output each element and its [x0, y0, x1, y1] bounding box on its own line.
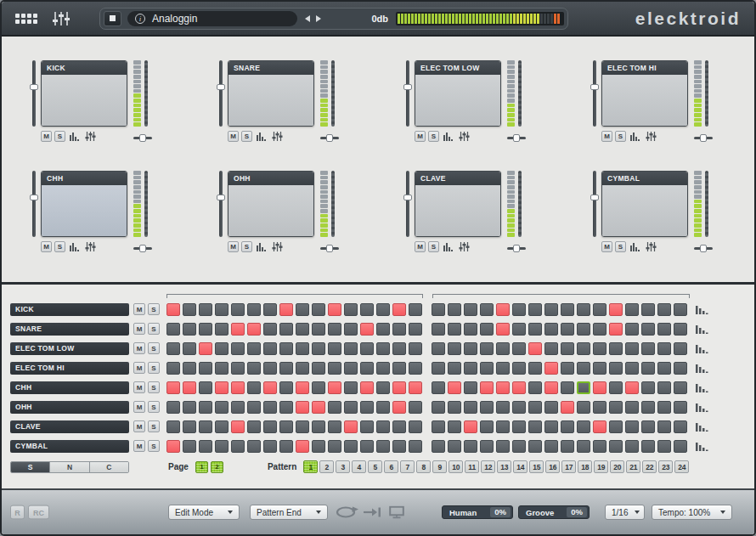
record-button[interactable]: R: [10, 505, 25, 520]
levels-icon[interactable]: [70, 132, 81, 141]
step-cell[interactable]: [432, 440, 445, 453]
step-cell[interactable]: [657, 323, 671, 336]
step-cell[interactable]: [183, 362, 196, 375]
step-cell[interactable]: [528, 440, 542, 453]
page-button-2[interactable]: 2: [211, 461, 223, 473]
slider-handle[interactable]: [30, 84, 38, 90]
pattern-button-11[interactable]: 11: [465, 460, 479, 473]
step-cell[interactable]: [328, 401, 341, 414]
solo-button[interactable]: S: [615, 131, 626, 142]
step-cell[interactable]: [279, 381, 293, 394]
step-cell[interactable]: [328, 381, 341, 394]
pad-surface[interactable]: [415, 75, 500, 126]
step-cell[interactable]: [199, 342, 212, 355]
step-cell[interactable]: [674, 381, 687, 394]
step-cell[interactable]: [448, 362, 461, 375]
step-cell[interactable]: [528, 303, 542, 316]
step-cell[interactable]: [528, 401, 542, 414]
step-cell[interactable]: [512, 440, 526, 453]
mute-button[interactable]: M: [601, 131, 612, 142]
step-cell[interactable]: [215, 303, 228, 316]
step-cell[interactable]: [609, 342, 623, 355]
solo-button[interactable]: S: [148, 303, 160, 315]
pattern-button-12[interactable]: 12: [481, 460, 495, 473]
step-cell[interactable]: [392, 401, 406, 414]
solo-button[interactable]: S: [148, 381, 160, 393]
step-cell[interactable]: [263, 342, 277, 355]
slider-handle[interactable]: [217, 195, 225, 200]
pan-slider[interactable]: [694, 245, 713, 252]
pattern-button-10[interactable]: 10: [449, 460, 463, 473]
step-cell[interactable]: [312, 303, 325, 316]
pan-slider[interactable]: [507, 245, 526, 252]
pad-view-icon[interactable]: [15, 14, 37, 24]
step-cell[interactable]: [215, 440, 228, 453]
step-cell[interactable]: [183, 401, 196, 414]
step-cell[interactable]: [512, 381, 526, 394]
pattern-button-1[interactable]: 1: [303, 460, 318, 473]
step-cell[interactable]: [360, 303, 374, 316]
step-cell[interactable]: [625, 381, 639, 394]
mute-button[interactable]: M: [133, 342, 145, 354]
step-cell[interactable]: [512, 303, 526, 316]
step-cell[interactable]: [231, 420, 245, 433]
edit-mode-select[interactable]: Edit Mode: [168, 505, 240, 520]
slider-handle[interactable]: [326, 245, 333, 252]
solo-button[interactable]: S: [428, 241, 439, 252]
step-cell[interactable]: [199, 362, 212, 375]
pattern-button-18[interactable]: 18: [578, 460, 592, 473]
step-cell[interactable]: [328, 420, 341, 433]
pattern-button-13[interactable]: 13: [497, 460, 511, 473]
step-cell[interactable]: [625, 362, 639, 375]
mute-button[interactable]: M: [41, 241, 52, 252]
step-cell[interactable]: [166, 303, 180, 316]
step-cell[interactable]: [328, 323, 341, 336]
step-cell[interactable]: [183, 323, 196, 336]
pattern-button-8[interactable]: 8: [416, 460, 431, 473]
step-cell[interactable]: [496, 342, 510, 355]
step-cell[interactable]: [279, 362, 293, 375]
pattern-button-5[interactable]: 5: [368, 460, 382, 473]
step-cell[interactable]: [279, 323, 293, 336]
step-cell[interactable]: [593, 381, 606, 394]
step-cell[interactable]: [593, 303, 606, 316]
step-cell[interactable]: [279, 342, 293, 355]
pan-slider[interactable]: [133, 245, 152, 252]
step-cell[interactable]: [296, 440, 309, 453]
step-cell[interactable]: [296, 323, 309, 336]
pattern-button-19[interactable]: 19: [594, 460, 608, 473]
step-cell[interactable]: [166, 323, 180, 336]
step-cell[interactable]: [528, 420, 542, 433]
step-cell[interactable]: [247, 303, 261, 316]
velocity-icon[interactable]: [696, 421, 708, 432]
step-cell[interactable]: [674, 440, 687, 453]
step-cell[interactable]: [409, 362, 422, 375]
slider-handle[interactable]: [326, 134, 333, 142]
mixer-icon[interactable]: [52, 11, 71, 26]
slider-handle[interactable]: [590, 195, 599, 200]
step-cell[interactable]: [247, 420, 261, 433]
step-cell[interactable]: [625, 342, 639, 355]
volume-slider[interactable]: [217, 171, 225, 237]
humanize-control[interactable]: Human 0%: [442, 505, 513, 519]
step-cell[interactable]: [528, 381, 542, 394]
step-cell[interactable]: [674, 303, 687, 316]
levels-icon[interactable]: [630, 242, 641, 251]
step-cell[interactable]: [496, 323, 510, 336]
step-cell[interactable]: [166, 342, 180, 355]
levels-icon[interactable]: [70, 242, 81, 251]
levels-icon[interactable]: [443, 242, 454, 251]
step-cell[interactable]: [496, 440, 510, 453]
pan-slider[interactable]: [320, 134, 339, 142]
step-cell[interactable]: [263, 420, 277, 433]
mute-button[interactable]: M: [133, 440, 145, 452]
step-cell[interactable]: [409, 420, 422, 433]
step-cell[interactable]: [561, 342, 574, 355]
step-cell[interactable]: [544, 440, 558, 453]
slider-handle[interactable]: [139, 245, 146, 252]
step-cell[interactable]: [496, 303, 510, 316]
step-cell[interactable]: [593, 401, 606, 414]
monitor-icon[interactable]: [389, 506, 404, 519]
velocity-icon[interactable]: [696, 382, 708, 392]
step-cell[interactable]: [247, 381, 261, 394]
